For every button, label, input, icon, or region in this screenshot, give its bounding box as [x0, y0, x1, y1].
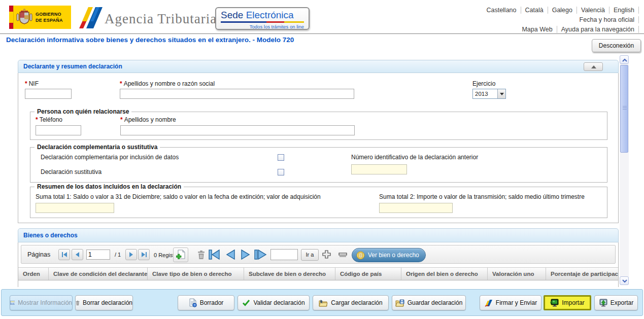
column-clave-tipo[interactable]: Clave tipo de bien o derecho — [148, 268, 244, 280]
gobierno-text-line2: DE ESPAÑA — [36, 17, 63, 23]
collapse-minus-icon[interactable] — [338, 253, 347, 257]
electronica-word: Electrónica — [246, 10, 294, 20]
delete-record-trash-icon[interactable] — [197, 250, 205, 260]
panel-declarante-body: *NIF *Apellidos y nombre o razón social … — [18, 73, 619, 223]
expand-plus-icon[interactable] — [322, 250, 331, 259]
nav-help-link[interactable]: Ayuda para la navegación — [557, 26, 639, 33]
persona-apellidos-input[interactable] — [120, 125, 355, 135]
sede-electronica-badge: Sede Electrónica Todos los trámites on l… — [215, 7, 310, 30]
next-page-button[interactable] — [125, 249, 137, 260]
scrollbar-thumb[interactable] — [620, 65, 628, 153]
fieldset-persona-legend: Persona con quién relacionarse — [35, 108, 131, 115]
column-clave-condicion[interactable]: Clave de condición del declarante — [49, 268, 148, 280]
scroll-down-button[interactable] — [620, 276, 629, 285]
column-valoracion[interactable]: Valoración uno — [488, 268, 546, 280]
suma-total-2-input[interactable] — [379, 203, 453, 213]
page-number-input[interactable] — [86, 250, 110, 260]
ver-bien-button[interactable]: Ver bien o derecho — [352, 248, 426, 262]
lang-catala[interactable]: Català — [521, 7, 548, 14]
bottom-toolbar: Mostrar Información Borrar declaración ?… — [1, 289, 643, 316]
column-codigo-pais[interactable]: Código de país — [335, 268, 401, 280]
chevron-up-icon — [622, 58, 627, 62]
triangle-left-icon — [63, 252, 67, 257]
importar-button[interactable]: Importar — [544, 295, 591, 310]
header-divider — [0, 33, 644, 34]
apellidos-input[interactable] — [120, 89, 354, 99]
panel-bienes-title: Bienes o derechos — [23, 232, 78, 239]
validar-declaracion-button[interactable]: Validar declaración — [238, 295, 310, 310]
panel-bienes-header: Bienes o derechos — [18, 228, 619, 242]
scroll-up-button[interactable] — [620, 55, 629, 64]
ejercicio-value: 2013 — [475, 91, 488, 97]
last-record-button[interactable] — [254, 249, 267, 261]
lang-english[interactable]: English — [609, 7, 639, 14]
language-row: CastellanoCatalàGalegoValenciàEnglish — [482, 6, 639, 16]
first-page-button[interactable] — [58, 249, 70, 260]
agencia-tributaria-logo-icon — [76, 6, 104, 29]
next-record-button[interactable] — [240, 249, 252, 261]
suma-total-1-label: Suma total 1: Saldo o valor a 31 de Dici… — [36, 193, 321, 200]
guardar-declaracion-button[interactable]: Guardar declaración — [392, 295, 466, 310]
borrador-button[interactable]: ? Borrador — [178, 295, 234, 310]
previous-page-button[interactable] — [72, 249, 83, 260]
exportar-button[interactable]: Exportar — [594, 295, 638, 310]
sustitutiva-label: Declaración sustitutiva — [41, 168, 101, 175]
numero-identificativo-input[interactable] — [351, 164, 407, 174]
goto-button[interactable]: Ir a — [301, 249, 319, 261]
triangle-left-icon — [76, 252, 79, 257]
inclusion-checkbox[interactable] — [278, 154, 284, 161]
column-porcentaje[interactable]: Porcentaje de participación — [546, 268, 618, 280]
official-time-link[interactable]: Fecha y hora oficial — [575, 16, 639, 23]
column-subclave[interactable]: Subclave de bien o derecho — [244, 268, 335, 280]
sustitutiva-checkbox[interactable] — [278, 169, 284, 175]
telefono-input[interactable] — [36, 125, 81, 135]
column-origen[interactable]: Origen del bien o derecho — [401, 268, 488, 280]
first-record-button[interactable] — [208, 249, 221, 261]
ejercicio-select[interactable]: 2013 — [472, 89, 506, 99]
cargar-declaracion-button[interactable]: Cargar declaración — [313, 295, 389, 310]
dropdown-arrow-icon — [497, 89, 505, 98]
sign-send-icon — [484, 299, 493, 307]
panel-declarante-header: Declarante y resumen declaración — [18, 60, 619, 73]
open-folder-arrow-icon — [319, 299, 328, 307]
previous-record-button[interactable] — [224, 249, 236, 261]
last-page-button[interactable] — [138, 249, 150, 260]
folder-save-icon — [395, 299, 404, 307]
goto-record-input[interactable] — [270, 249, 298, 260]
lang-galego[interactable]: Galego — [548, 7, 577, 14]
page-total-label: / 1 — [115, 252, 121, 258]
triangle-up-icon — [591, 65, 596, 68]
suma-total-1-input[interactable] — [36, 203, 114, 213]
firmar-y-enviar-button[interactable]: Firmar y Enviar — [480, 295, 541, 310]
trash-icon — [76, 299, 80, 307]
borrar-declaracion-button[interactable]: Borrar declaración — [75, 295, 133, 310]
inclusion-label: Declaración complementaria por inclusión… — [41, 154, 179, 161]
add-record-button[interactable] — [173, 247, 188, 262]
column-orden[interactable]: Orden — [18, 268, 49, 280]
gobierno-espana-logo: GOBIERNO DE ESPAÑA — [9, 6, 71, 29]
official-time-row: Fecha y hora oficial — [482, 16, 639, 25]
ver-bien-label: Ver bien o derecho — [368, 252, 419, 259]
nif-input[interactable] — [25, 89, 72, 99]
persona-apellidos-label: *Apellidos y nombre — [120, 116, 176, 123]
disconnect-button[interactable]: Desconexión — [592, 39, 641, 52]
collapse-panel-button[interactable] — [584, 62, 603, 71]
required-marker: * — [25, 80, 27, 87]
numero-identificativo-label: Número identificativo de la declaración … — [351, 154, 478, 161]
vertical-scrollbar[interactable] — [620, 55, 629, 285]
bar-icon — [62, 252, 63, 257]
page-title: Declaración informativa sobre bienes y d… — [6, 36, 294, 44]
map-web-link[interactable]: Mapa Web — [518, 26, 557, 33]
panel-declarante-title: Declarante y resumen declaración — [23, 63, 122, 70]
triangle-right-icon — [142, 252, 145, 257]
lang-valencia[interactable]: Valencià — [577, 7, 609, 14]
sede-word: Sede — [221, 10, 243, 20]
gobierno-text-line1: GOBIERNO — [36, 11, 63, 17]
suma-total-2-label: Suma total 2: Importe o valor de la tran… — [379, 193, 585, 200]
add-record-icon — [176, 250, 186, 261]
fieldset-complementaria-legend: Declaración complementaria o sustitutiva — [35, 144, 160, 151]
app-window: GOBIERNO DE ESPAÑA Agencia Tributaria Se… — [0, 0, 644, 319]
lang-castellano[interactable]: Castellano — [482, 7, 521, 14]
green-check-icon — [242, 299, 250, 306]
mostrar-informacion-button[interactable]: Mostrar Información — [10, 295, 73, 310]
